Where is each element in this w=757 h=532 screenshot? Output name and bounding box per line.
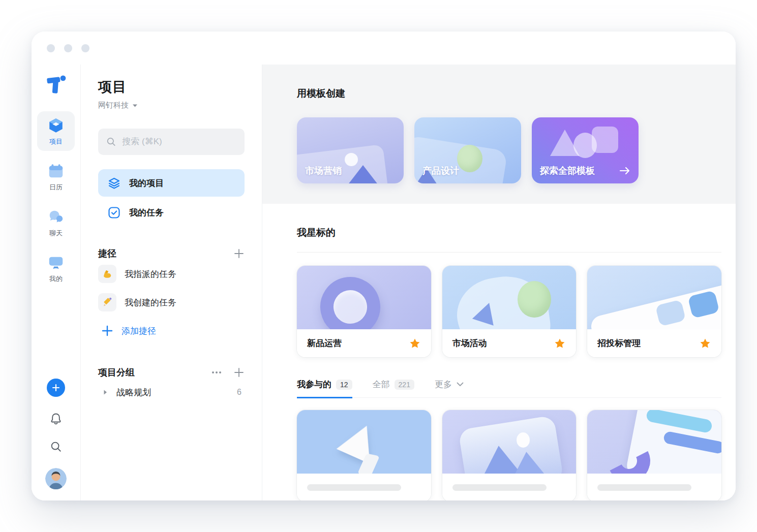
group-count: 6: [237, 388, 241, 397]
window-control-zoom[interactable]: [81, 44, 89, 52]
sidebar: 项目 网钉科技: [80, 65, 262, 500]
user-avatar[interactable]: [45, 468, 67, 489]
group-row-strategy[interactable]: 战略规划 6: [98, 379, 245, 406]
sidebar-item-my-projects[interactable]: 我的项目: [98, 169, 245, 197]
sidebar-item-label: 我的任务: [129, 207, 164, 218]
template-card-marketing[interactable]: 市场营销: [297, 117, 404, 183]
starred-card-grid: 新品运营 市场活动: [297, 266, 721, 357]
decorative-shape: [457, 145, 482, 172]
sidebar-item-label: 我的项目: [129, 177, 164, 189]
loading-skeleton-bar: [307, 484, 401, 491]
page-title: 项目: [98, 78, 245, 96]
template-card-label: 产品设计: [422, 165, 459, 177]
global-search-icon[interactable]: [50, 441, 62, 453]
window-control-minimize[interactable]: [64, 44, 72, 52]
star-icon[interactable]: [554, 337, 566, 350]
tab-label: 更多: [435, 379, 452, 390]
tab-all[interactable]: 全部 221: [373, 379, 414, 398]
decorative-shape: [517, 432, 530, 448]
chat-bubbles-icon: [47, 208, 65, 226]
project-card-bidding-management[interactable]: 招投标管理: [587, 266, 721, 357]
decorative-shape: [518, 281, 551, 318]
project-groups-title: 项目分组: [98, 366, 211, 379]
project-cover: [587, 266, 721, 329]
calendar-icon: [47, 163, 65, 180]
project-tabs: 我参与的 12 全部 221 更多: [297, 379, 721, 398]
notifications-bell-icon[interactable]: [49, 412, 63, 425]
arrow-right-icon: [619, 167, 630, 175]
window-titlebar: [32, 32, 736, 65]
explore-templates-label: 探索全部模板: [540, 165, 595, 177]
pencil-icon: [98, 293, 116, 311]
layers-icon: [107, 176, 121, 190]
tab-label: 我参与的: [297, 379, 331, 390]
explore-all-templates-card[interactable]: 探索全部模板: [532, 117, 639, 183]
projects-cube-icon: [47, 117, 65, 134]
group-label: 战略规划: [116, 387, 237, 398]
project-name: 市场活动: [452, 337, 554, 349]
search-icon: [106, 136, 116, 147]
project-card[interactable]: [442, 410, 577, 500]
decorative-shape: [315, 271, 386, 329]
shortcut-item-created-tasks[interactable]: 我创建的任务: [98, 288, 245, 317]
starred-section-title: 我星标的: [297, 204, 721, 239]
tab-participating[interactable]: 我参与的 12: [297, 379, 352, 398]
template-section: 用模板创建 市场营销 产品设计: [262, 65, 736, 204]
add-shortcut-plus-icon[interactable]: [233, 248, 245, 259]
add-shortcut-label: 添加捷径: [122, 325, 156, 337]
more-options-icon[interactable]: [211, 367, 222, 378]
avatar-image: [45, 468, 67, 489]
project-card[interactable]: [297, 410, 431, 500]
template-card-label: 市场营销: [305, 165, 342, 177]
search-input[interactable]: [122, 137, 236, 147]
rail-label: 日历: [49, 183, 63, 192]
decorative-shape: [346, 165, 380, 183]
sidebar-item-my-tasks[interactable]: 我的任务: [98, 199, 245, 226]
workspace-switcher[interactable]: 网钉科技: [98, 101, 245, 110]
decorative-shape: [592, 127, 618, 153]
rail-item-chat[interactable]: 聊天: [37, 203, 75, 242]
rail-item-mine[interactable]: 我的: [37, 248, 75, 288]
window-control-close[interactable]: [47, 44, 55, 52]
star-icon[interactable]: [409, 337, 421, 350]
project-card-market-campaign[interactable]: 市场活动: [442, 266, 577, 357]
chevron-right-icon: [101, 388, 109, 396]
chevron-down-icon: [457, 382, 464, 387]
section-divider: [297, 252, 721, 253]
project-groups-header: 项目分组: [98, 366, 245, 379]
loading-skeleton-bar: [452, 484, 547, 491]
shortcuts-header: 捷径: [98, 247, 245, 260]
main-content: 用模板创建 市场营销 产品设计: [262, 65, 736, 500]
create-button[interactable]: [47, 379, 65, 397]
add-group-plus-icon[interactable]: [233, 367, 245, 378]
loading-skeleton-bar: [597, 484, 691, 491]
shortcut-item-assigned-tasks[interactable]: 我指派的任务: [98, 260, 245, 288]
add-shortcut-button[interactable]: 添加捷径: [98, 317, 245, 345]
rail-label: 项目: [49, 137, 63, 146]
plus-icon: [52, 384, 60, 392]
star-icon[interactable]: [699, 337, 711, 350]
workbench-icon: [47, 254, 65, 271]
tab-label: 全部: [373, 379, 390, 390]
caret-down-icon: [132, 104, 138, 108]
teambition-logo-icon: [45, 74, 67, 95]
checkbox-check-icon: [107, 206, 121, 220]
shortcut-label: 我指派的任务: [125, 268, 176, 280]
muscle-icon: [98, 265, 116, 283]
project-card-new-product-ops[interactable]: 新品运营: [297, 266, 431, 357]
rail-item-calendar[interactable]: 日历: [37, 157, 75, 197]
app-window: 项目 日历 聊天: [32, 32, 736, 500]
template-section-title: 用模板创建: [297, 87, 721, 100]
plus-icon: [101, 325, 113, 337]
tab-more[interactable]: 更多: [435, 379, 464, 398]
workspace-name: 网钉科技: [98, 101, 129, 110]
rail-item-projects[interactable]: 项目: [37, 111, 75, 151]
project-card[interactable]: [587, 410, 721, 500]
tab-count-badge: 221: [395, 380, 414, 390]
project-cover: [297, 410, 431, 474]
project-cover: [442, 266, 577, 329]
template-card-product-design[interactable]: 产品设计: [414, 117, 521, 183]
tab-count-badge: 12: [336, 380, 352, 390]
sidebar-search[interactable]: [98, 129, 245, 155]
decorative-shape: [509, 450, 546, 474]
